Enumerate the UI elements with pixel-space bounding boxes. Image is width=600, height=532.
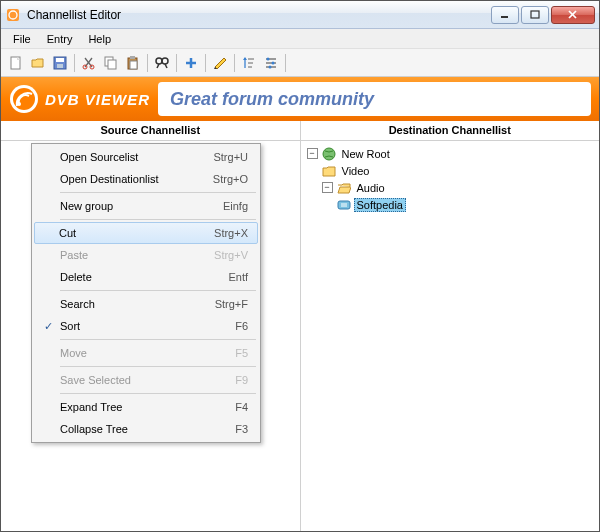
context-menu-label: Sort <box>58 320 235 332</box>
window-buttons <box>491 6 595 24</box>
svg-point-42 <box>323 148 335 160</box>
check-icon: ✓ <box>38 320 58 333</box>
toolbar-separator <box>74 54 75 72</box>
context-menu-item: MoveF5 <box>34 342 258 364</box>
tree-root[interactable]: − New Root <box>307 145 594 162</box>
titlebar: Channellist Editor <box>1 1 599 29</box>
svg-point-41 <box>17 102 21 106</box>
context-menu-item[interactable]: ✓SortF6 <box>34 315 258 337</box>
open-icon[interactable] <box>27 52 49 74</box>
menu-entry[interactable]: Entry <box>39 31 81 47</box>
collapse-icon[interactable]: − <box>307 148 318 159</box>
svg-rect-16 <box>108 60 116 69</box>
context-menu-item[interactable]: New groupEinfg <box>34 195 258 217</box>
context-menu-label: New group <box>58 200 223 212</box>
context-menu-label: Expand Tree <box>58 401 235 413</box>
source-panel-title: Source Channellist <box>1 121 301 140</box>
destination-tree: − New Root Video − Audio Softpedia <box>301 141 600 217</box>
slogan-text: Great forum community <box>170 89 374 110</box>
context-menu-label: Paste <box>58 249 214 261</box>
brand-logo: DVB VIEWER <box>9 84 150 114</box>
destination-panel[interactable]: − New Root Video − Audio Softpedia <box>301 141 600 531</box>
tree-audio[interactable]: − Audio <box>307 179 594 196</box>
svg-rect-3 <box>531 11 539 18</box>
svg-line-23 <box>165 64 167 68</box>
context-menu-item: PasteStrg+V <box>34 244 258 266</box>
tree-video[interactable]: Video <box>307 162 594 179</box>
context-menu-item[interactable]: Open SourcelistStrg+U <box>34 146 258 168</box>
menubar: File Entry Help <box>1 29 599 49</box>
menu-separator <box>60 366 256 367</box>
search-icon[interactable] <box>151 52 173 74</box>
context-menu-item[interactable]: DeleteEntf <box>34 266 258 288</box>
svg-rect-19 <box>130 61 137 69</box>
options-icon[interactable] <box>260 52 282 74</box>
menu-separator <box>60 192 256 193</box>
context-menu-shortcut: Einfg <box>223 200 254 212</box>
context-menu-item[interactable]: SearchStrg+F <box>34 293 258 315</box>
folder-icon <box>322 165 336 177</box>
app-icon <box>5 7 21 23</box>
context-menu: Open SourcelistStrg+UOpen Destinationlis… <box>31 143 261 443</box>
context-menu-shortcut: Strg+F <box>215 298 254 310</box>
context-menu-shortcut: Strg+U <box>213 151 254 163</box>
context-menu-label: Open Destinationlist <box>58 173 213 185</box>
cut-icon[interactable] <box>78 52 100 74</box>
menu-help[interactable]: Help <box>80 31 119 47</box>
context-menu-label: Collapse Tree <box>58 423 235 435</box>
context-menu-shortcut: F9 <box>235 374 254 386</box>
context-menu-shortcut: F5 <box>235 347 254 359</box>
copy-icon[interactable] <box>100 52 122 74</box>
tree-channel-label: Softpedia <box>354 198 406 212</box>
svg-rect-18 <box>130 56 135 59</box>
sort-icon[interactable] <box>238 52 260 74</box>
svg-point-36 <box>267 57 270 60</box>
toolbar-separator <box>176 54 177 72</box>
svg-marker-29 <box>243 57 247 60</box>
context-menu-label: Open Sourcelist <box>58 151 213 163</box>
svg-rect-9 <box>56 58 64 62</box>
save-icon[interactable] <box>49 52 71 74</box>
add-icon[interactable] <box>180 52 202 74</box>
tree-channel[interactable]: Softpedia <box>307 196 594 213</box>
maximize-button[interactable] <box>521 6 549 24</box>
minimize-button[interactable] <box>491 6 519 24</box>
menu-separator <box>60 339 256 340</box>
channel-icon <box>337 199 351 211</box>
context-menu-item[interactable]: Expand TreeF4 <box>34 396 258 418</box>
world-icon <box>322 147 336 161</box>
svg-point-21 <box>162 58 168 64</box>
menu-file[interactable]: File <box>5 31 39 47</box>
context-menu-shortcut: Strg+X <box>214 227 254 239</box>
destination-panel-title: Destination Channellist <box>301 121 600 140</box>
svg-point-40 <box>13 88 35 110</box>
edit-icon[interactable] <box>209 52 231 74</box>
tree-audio-label: Audio <box>354 181 388 195</box>
paste-icon[interactable] <box>122 52 144 74</box>
toolbar-separator <box>285 54 286 72</box>
window-title: Channellist Editor <box>27 8 491 22</box>
context-menu-label: Cut <box>57 227 214 239</box>
main-area: Open SourcelistStrg+UOpen Destinationlis… <box>1 141 599 531</box>
context-menu-item[interactable]: CutStrg+X <box>34 222 258 244</box>
menu-separator <box>60 393 256 394</box>
panel-headers: Source Channellist Destination Channelli… <box>1 121 599 141</box>
menu-separator <box>60 290 256 291</box>
context-menu-shortcut: Strg+O <box>213 173 254 185</box>
brand-text: DVB VIEWER <box>45 91 150 108</box>
banner: DVB VIEWER Great forum community <box>1 77 599 121</box>
new-icon[interactable] <box>5 52 27 74</box>
svg-point-37 <box>272 61 275 64</box>
source-panel[interactable]: Open SourcelistStrg+UOpen Destinationlis… <box>1 141 301 531</box>
toolbar-separator <box>234 54 235 72</box>
collapse-icon[interactable]: − <box>322 182 333 193</box>
tree-root-label: New Root <box>339 147 393 161</box>
context-menu-item[interactable]: Open DestinationlistStrg+O <box>34 168 258 190</box>
tree-video-label: Video <box>339 164 373 178</box>
close-button[interactable] <box>551 6 595 24</box>
logo-icon <box>9 84 39 114</box>
menu-separator <box>60 219 256 220</box>
context-menu-item[interactable]: Collapse TreeF3 <box>34 418 258 440</box>
slogan-box: Great forum community <box>158 82 591 116</box>
context-menu-label: Delete <box>58 271 228 283</box>
